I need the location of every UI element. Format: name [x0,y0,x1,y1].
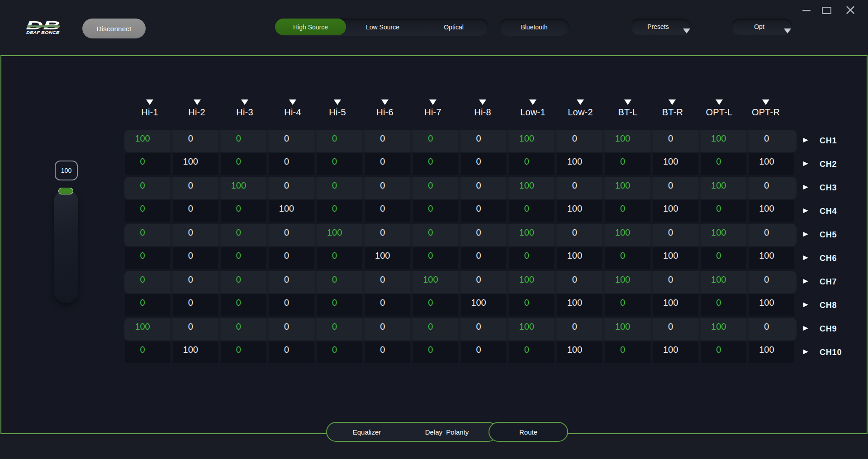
svg-text:DEAF BONCE: DEAF BONCE [26,30,59,35]
